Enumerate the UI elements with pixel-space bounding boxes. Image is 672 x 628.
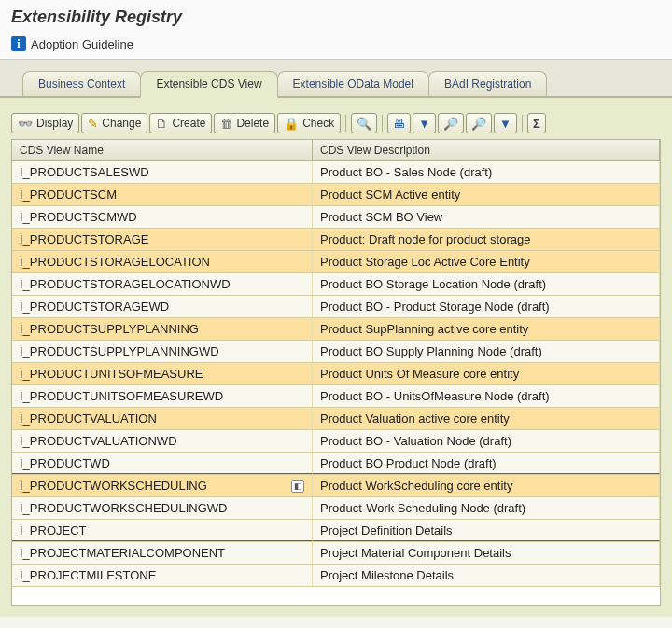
cds-view-desc-cell[interactable]: Product WorkScheduling core entity [313,475,660,496]
table-row[interactable]: I_PROJECTMATERIALCOMPONENTProject Materi… [12,542,660,565]
toolbar-separator [345,115,346,132]
cds-view-desc-cell[interactable]: Product BO - Valuation Node (draft) [313,430,660,452]
cds-view-name-cell[interactable]: I_PRODUCTVALUATIONWD [12,430,313,452]
guideline-label: Adoption Guideline [31,37,133,51]
table-row[interactable]: I_PRODUCTWORKSCHEDULING◧Product WorkSche… [12,475,660,497]
delete-button[interactable]: 🗑 Delete [214,113,275,133]
table-row[interactable]: I_PRODUCTWDProduct BO Product Node (draf… [12,453,660,475]
export-icon: ▼ [418,117,430,131]
table-row[interactable]: I_PRODUCTSTORAGELOCATIONWDProduct BO Sto… [12,273,660,296]
cds-view-name-cell[interactable]: I_PRODUCTSTORAGE [12,229,313,250]
cds-view-desc-cell[interactable]: Product BO Product Node (draft) [313,453,660,474]
cds-view-name-cell[interactable]: I_PRODUCTSTORAGEWD [12,296,313,317]
col-header-name[interactable]: CDS View Name [12,140,313,160]
details-button[interactable]: 🔍 [351,113,377,133]
cds-view-desc-cell[interactable]: Project Definition Details [313,520,660,541]
cds-view-desc-cell[interactable]: Product BO - Product Storage Node (draft… [313,296,660,317]
cds-view-desc-cell[interactable]: Product BO Storage Location Node (draft) [313,273,660,295]
cds-view-desc-cell[interactable]: Product BO - Sales Node (draft) [313,161,660,183]
create-button[interactable]: 🗋 Create [149,113,212,133]
sigma-icon: Σ [533,117,540,131]
filter-button[interactable]: ▼ [494,113,517,133]
info-icon: i [11,36,26,51]
table-row[interactable]: I_PRODUCTSTORAGELOCATIONProduct Storage … [12,251,660,273]
cds-view-desc-cell[interactable]: Project Material Component Details [313,542,660,564]
table-row[interactable]: I_PRODUCTVALUATIONWDProduct BO - Valuati… [12,430,660,453]
check-button[interactable]: 🔒 Check [277,113,341,133]
table-row[interactable]: I_PRODUCTSCMWDProduct SCM BO View [12,206,660,229]
cds-view-name-cell[interactable]: I_PRODUCTSTORAGELOCATION [12,251,313,272]
cds-view-desc-cell[interactable]: Project Milestone Details [313,565,660,586]
change-button[interactable]: ✎ Change [81,113,147,133]
value-help-icon[interactable]: ◧ [291,480,304,493]
sum-button[interactable]: Σ [527,113,546,133]
cds-view-desc-cell[interactable]: Product-Work Scheduling Node (draft) [313,497,660,519]
find-next-button[interactable]: 🔎 [466,113,492,133]
cds-view-name-cell[interactable]: I_PRODUCTSUPPLYPLANNING [12,318,313,340]
col-header-desc[interactable]: CDS View Description [313,140,660,160]
content-area: 👓 Display ✎ Change 🗋 Create 🗑 Delete 🔒 C… [0,98,672,617]
adoption-guideline-link[interactable]: i Adoption Guideline [11,36,661,51]
table-row[interactable]: I_PROJECTMILESTONEProject Milestone Deta… [12,565,660,587]
cds-view-name-cell[interactable]: I_PROJECT [12,520,313,541]
toolbar-separator [382,115,383,132]
cds-view-desc-cell[interactable]: Product SCM Active entity [313,184,660,205]
trash-icon: 🗑 [220,117,232,131]
cds-view-name-cell[interactable]: I_PRODUCTWORKSCHEDULING◧ [12,475,313,496]
table-row[interactable]: I_PRODUCTSUPPLYPLANNINGProduct SupPlanni… [12,318,660,341]
tab-business-context[interactable]: Business Context [22,71,141,96]
table-row[interactable]: I_PRODUCTVALUATIONProduct Valuation acti… [12,408,660,430]
cds-view-name-cell[interactable]: I_PRODUCTUNITSOFMEASUREWD [12,385,313,407]
cds-view-desc-cell[interactable]: Product BO Supply Planning Node (draft) [313,341,660,362]
toolbar: 👓 Display ✎ Change 🗋 Create 🗑 Delete 🔒 C… [11,109,661,139]
cds-view-desc-cell[interactable]: Product SupPlanning active core entity [313,318,660,340]
cds-view-desc-cell[interactable]: Product BO - UnitsOfMeasure Node (draft) [313,385,660,407]
glasses-icon: 👓 [18,117,33,131]
table-row[interactable]: I_PRODUCTSCMProduct SCM Active entity [12,184,660,206]
tab-extensible-cds-view[interactable]: Extensible CDS View [140,71,277,98]
cds-view-name-cell[interactable]: I_PRODUCTSUPPLYPLANNINGWD [12,341,313,362]
cds-view-name-cell[interactable]: I_PRODUCTUNITSOFMEASURE [12,363,313,384]
tab-bar: Business ContextExtensible CDS ViewExten… [0,60,672,98]
table-row[interactable]: I_PRODUCTSALESWDProduct BO - Sales Node … [12,161,660,184]
tab-extensible-odata-model[interactable]: Extensible OData Model [277,71,429,96]
cds-view-desc-cell[interactable]: Product SCM BO View [313,206,660,228]
cds-view-grid: CDS View Name CDS View Description I_PRO… [11,139,661,606]
grid-body: I_PRODUCTSALESWDProduct BO - Sales Node … [12,161,660,587]
find-button[interactable]: 🔎 [438,113,464,133]
table-row[interactable]: I_PRODUCTUNITSOFMEASUREProduct Units Of … [12,363,660,385]
cds-view-name-cell[interactable]: I_PRODUCTWORKSCHEDULINGWD [12,497,313,519]
table-row[interactable]: I_PRODUCTSUPPLYPLANNINGWDProduct BO Supp… [12,341,660,363]
toolbar-separator [522,115,523,132]
cds-view-name-cell[interactable]: I_PRODUCTSCM [12,184,313,205]
pencil-icon: ✎ [88,117,98,131]
cds-view-name-cell[interactable]: I_PRODUCTVALUATION [12,408,313,429]
table-row[interactable]: I_PRODUCTSTORAGEProduct: Draft node for … [12,229,660,251]
lock-check-icon: 🔒 [284,117,299,131]
print-icon: 🖶 [393,117,405,131]
table-row[interactable]: I_PRODUCTUNITSOFMEASUREWDProduct BO - Un… [12,385,660,408]
header-area: Extensibility Registry i Adoption Guidel… [0,0,672,60]
display-button[interactable]: 👓 Display [11,113,79,133]
cds-view-name-cell[interactable]: I_PRODUCTSCMWD [12,206,313,228]
tab-badi-registration[interactable]: BAdI Registration [428,71,547,96]
cds-view-name-cell[interactable]: I_PROJECTMATERIALCOMPONENT [12,542,313,564]
table-row[interactable]: I_PRODUCTWORKSCHEDULINGWDProduct-Work Sc… [12,497,660,520]
funnel-icon: ▼ [499,117,511,131]
cds-view-desc-cell[interactable]: Product: Draft node for product storage [313,229,660,250]
find-next-icon: 🔎 [471,117,486,131]
cds-view-name-cell[interactable]: I_PRODUCTSALESWD [12,161,313,183]
table-row[interactable]: I_PRODUCTSTORAGEWDProduct BO - Product S… [12,296,660,318]
cds-view-name-cell[interactable]: I_PRODUCTWD [12,453,313,474]
cds-view-name-cell[interactable]: I_PRODUCTSTORAGELOCATIONWD [12,273,313,295]
find-icon: 🔎 [443,117,458,131]
table-row[interactable]: I_PROJECTProject Definition Details [12,520,660,542]
cds-view-desc-cell[interactable]: Product Units Of Measure core entity [313,363,660,384]
print-button[interactable]: 🖶 [387,113,411,133]
cds-view-desc-cell[interactable]: Product Valuation active core entity [313,408,660,429]
export-button[interactable]: ▼ [413,113,436,133]
cds-view-desc-cell[interactable]: Product Storage Loc Active Core Entity [313,251,660,272]
grid-header-row: CDS View Name CDS View Description [12,140,660,161]
cds-view-name-cell[interactable]: I_PROJECTMILESTONE [12,565,313,586]
details-icon: 🔍 [357,117,371,131]
